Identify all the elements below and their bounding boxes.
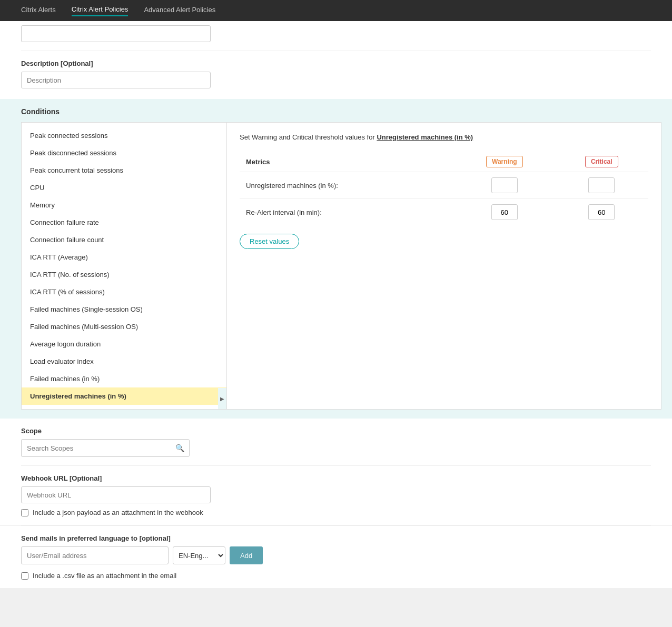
unregistered-critical-input[interactable] bbox=[588, 177, 615, 193]
critical-badge: Critical bbox=[585, 156, 618, 167]
condition-item-avg-logon[interactable]: Average logon duration bbox=[22, 335, 226, 353]
description-label: Description [Optional] bbox=[21, 59, 651, 67]
csv-checkbox[interactable] bbox=[21, 572, 28, 580]
unregistered-warning-input[interactable] bbox=[491, 177, 518, 193]
condition-item-failed-pct[interactable]: Failed machines (in %) bbox=[22, 370, 226, 387]
col-critical: Critical bbox=[555, 152, 648, 172]
row-unregistered-critical bbox=[555, 172, 648, 199]
conditions-right-panel: Set Warning and Critical threshold value… bbox=[227, 123, 661, 409]
condition-item-cpu[interactable]: CPU bbox=[22, 179, 226, 196]
reset-values-button[interactable]: Reset values bbox=[240, 234, 299, 249]
col-metrics: Metrics bbox=[240, 152, 454, 172]
webhook-checkbox-row: Include a json payload as an attachment … bbox=[21, 509, 651, 516]
condition-item-conn-failure-count[interactable]: Connection failure count bbox=[22, 231, 226, 248]
threshold-link[interactable]: Unregistered machines (in %) bbox=[377, 133, 473, 141]
description-section: Description [Optional] bbox=[0, 51, 672, 99]
search-scope-wrap: 🔍 bbox=[21, 439, 190, 457]
webhook-input[interactable] bbox=[21, 486, 211, 503]
webhook-section: Webhook URL [Optional] Include a json pa… bbox=[0, 466, 672, 525]
webhook-label: Webhook URL [Optional] bbox=[21, 474, 651, 482]
condition-item-peak-disconnected[interactable]: Peak disconnected sessions bbox=[22, 144, 226, 162]
condition-item-failed-single[interactable]: Failed machines (Single-session OS) bbox=[22, 301, 226, 318]
language-select[interactable]: EN-Eng... bbox=[173, 546, 225, 564]
condition-item-load-eval[interactable]: Load evaluator index bbox=[22, 353, 226, 370]
sendmail-row: EN-Eng... Add bbox=[21, 546, 651, 564]
conditions-section: Conditions Peak connected sessions Peak … bbox=[0, 99, 672, 418]
warning-badge: Warning bbox=[486, 156, 523, 167]
email-input[interactable] bbox=[21, 546, 169, 564]
webhook-checkbox-label: Include a json payload as an attachment … bbox=[33, 509, 203, 516]
metrics-table: Metrics Warning Critical Unregistered ma… bbox=[240, 152, 648, 225]
main-content: Description [Optional] Conditions Peak c… bbox=[0, 21, 672, 588]
row-unregistered-label: Unregistered machines (in %): bbox=[240, 172, 454, 199]
conditions-title: Conditions bbox=[21, 107, 661, 116]
condition-item-failed-multi[interactable]: Failed machines (Multi-session OS) bbox=[22, 318, 226, 335]
col-warning: Warning bbox=[454, 152, 555, 172]
nav-citrix-alerts[interactable]: Citrix Alerts bbox=[21, 6, 56, 16]
row-realert-critical bbox=[555, 199, 648, 226]
condition-item-memory[interactable]: Memory bbox=[22, 196, 226, 214]
condition-item-ica-rtt-avg[interactable]: ICA RTT (Average) bbox=[22, 248, 226, 266]
list-scroll-arrow[interactable]: ▶ bbox=[218, 388, 226, 409]
top-input-area bbox=[0, 21, 672, 51]
row-realert-label: Re-Alert interval (in min): bbox=[240, 199, 454, 226]
nav-citrix-alert-policies[interactable]: Citrix Alert Policies bbox=[72, 5, 129, 16]
sendmail-section: Send mails in preferred language to [opt… bbox=[0, 525, 672, 588]
csv-checkbox-label: Include a .csv file as an attachment in … bbox=[33, 572, 176, 580]
nav-advanced-alert-policies[interactable]: Advanced Alert Policies bbox=[144, 6, 215, 16]
description-input[interactable] bbox=[21, 72, 211, 88]
table-row-realert: Re-Alert interval (in min): bbox=[240, 199, 648, 226]
threshold-title: Set Warning and Critical threshold value… bbox=[240, 133, 648, 141]
sendmail-label: Send mails in preferred language to [opt… bbox=[21, 534, 651, 542]
scope-label: Scope bbox=[21, 427, 651, 435]
condition-item-ica-rtt-pct[interactable]: ICA RTT (% of sessions) bbox=[22, 283, 226, 301]
csv-checkbox-row: Include a .csv file as an attachment in … bbox=[21, 572, 651, 580]
row-unregistered-warning bbox=[454, 172, 555, 199]
condition-item-peak-connected[interactable]: Peak connected sessions bbox=[22, 127, 226, 144]
top-text-input[interactable] bbox=[21, 25, 211, 42]
search-icon: 🔍 bbox=[175, 444, 184, 452]
condition-item-unregistered[interactable]: Unregistered machines (in %) bbox=[22, 387, 226, 405]
top-nav: Citrix Alerts Citrix Alert Policies Adva… bbox=[0, 0, 672, 21]
realert-critical-input[interactable] bbox=[588, 204, 615, 220]
search-scopes-input[interactable] bbox=[21, 439, 190, 457]
scope-section: Scope 🔍 bbox=[0, 418, 672, 465]
row-realert-warning bbox=[454, 199, 555, 226]
conditions-inner: Peak connected sessions Peak disconnecte… bbox=[21, 122, 661, 410]
webhook-checkbox[interactable] bbox=[21, 509, 28, 516]
table-row-unregistered: Unregistered machines (in %): bbox=[240, 172, 648, 199]
conditions-list: Peak connected sessions Peak disconnecte… bbox=[22, 123, 227, 409]
realert-warning-input[interactable] bbox=[491, 204, 518, 220]
condition-item-peak-concurrent[interactable]: Peak concurrent total sessions bbox=[22, 162, 226, 179]
condition-item-ica-rtt-num[interactable]: ICA RTT (No. of sessions) bbox=[22, 266, 226, 283]
add-button[interactable]: Add bbox=[230, 546, 263, 564]
condition-item-conn-failure-rate[interactable]: Connection failure rate bbox=[22, 214, 226, 231]
